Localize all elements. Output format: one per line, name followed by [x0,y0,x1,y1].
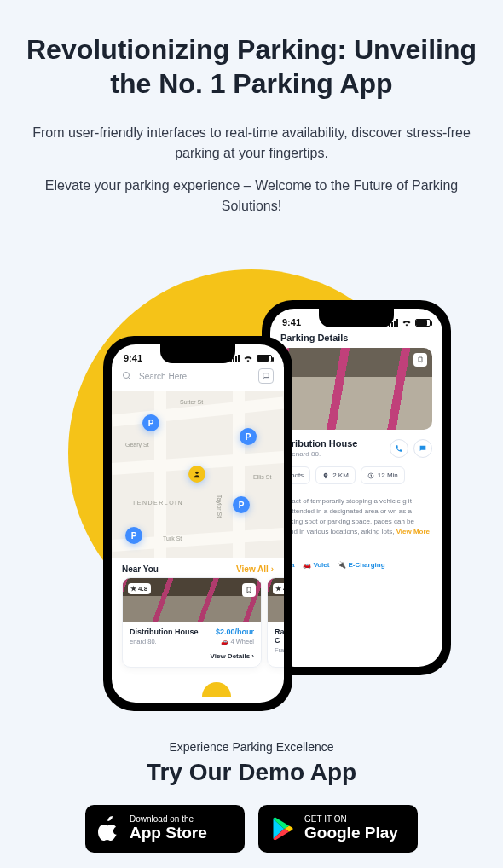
cta-sup: Experience Parking Excellence [0,740,503,754]
parking-card[interactable]: ★ 4.8 Distribution House $2.00/hour enar… [122,577,262,668]
search-input[interactable]: Search Here [139,372,252,381]
detail-hero-image [280,348,432,430]
view-all-link[interactable]: View All › [236,564,274,574]
cta-title: Try Our Demo App [0,759,503,786]
messages-icon[interactable] [258,368,274,384]
status-time: 9:41 [282,317,301,327]
detail-description: the act of temporarily stopping a vehicl… [280,496,432,537]
search-icon [122,371,132,381]
gplay-l1: GET IT ON [304,815,398,824]
notch [319,309,394,327]
area-label: TENDERLOIN [132,500,183,506]
gplay-l2: Google Play [304,824,398,842]
wifi-icon [402,318,412,327]
chip-distance: 2 KM [315,466,356,484]
street-label: Geary St [125,442,149,448]
headline: Revolutionizing Parking: Unveiling the N… [20,32,483,101]
appstore-l2: App Store [130,824,207,842]
parking-card[interactable]: ★ 4. Rain C Franç [267,577,284,668]
googleplay-button[interactable]: GET IT ON Google Play [258,805,418,853]
card-title: Distribution House [130,628,199,636]
battery-icon [257,355,272,362]
features-heading: s [280,547,432,556]
parking-pin[interactable]: P [125,527,142,544]
appstore-l1: Download on the [130,815,207,824]
clock-icon [367,472,374,479]
parking-pin[interactable]: P [240,428,257,445]
subhead-1: From user-friendly interfaces to real-ti… [30,123,473,164]
wifi-icon [243,354,253,362]
street-label: Taylor St [217,495,223,518]
user-location-pin[interactable] [188,466,205,483]
chip-time: 12 Min [361,466,405,484]
street-label: Sutter St [180,399,203,405]
parking-pin[interactable]: P [233,496,250,513]
tag-echarge: 🔌E-Charging [338,561,384,569]
card-addr: enard 80. [130,638,157,645]
rating-badge: ★ 4. [273,583,284,594]
svg-point-2 [195,472,198,474]
bookmark-icon[interactable] [242,583,256,597]
parking-pin[interactable]: P [142,414,159,431]
view-details-link[interactable]: View Details › [211,652,254,660]
message-button[interactable] [413,439,432,458]
pin-icon [322,472,329,479]
google-play-icon [270,817,294,841]
floating-action-button[interactable] [202,682,231,697]
card-wheel: 🚗 4 Wheel [221,638,254,645]
map[interactable]: Sutter St Geary St TENDERLOIN Turk St El… [112,391,284,558]
subhead-2: Elevate your parking experience – Welcom… [30,176,473,217]
detail-title: Parking Details [280,333,348,343]
apple-icon [97,816,119,842]
rating-badge: ★ 4.8 [128,583,151,594]
status-time: 9:41 [124,353,142,363]
mockup-stage: 9:41 Parking Details istribution House [21,252,482,713]
street-label: Ellis St [253,474,271,480]
appstore-button[interactable]: Download on the App Store [85,805,245,853]
street-label: Turk St [163,535,182,541]
card-price: $2.00/hour [216,628,254,636]
svg-point-1 [124,373,130,379]
view-more-link[interactable]: View More [396,528,430,535]
card-title: Rain C [275,628,284,645]
phone-left: 9:41 Search Here Sutter St Geary St [103,336,292,711]
card-addr: Franç [275,646,284,654]
near-you-heading: Near You [122,564,159,574]
notch [160,344,235,363]
call-button[interactable] [390,439,408,458]
tag-valet: 🚗Volet [303,561,329,569]
bookmark-icon[interactable] [413,353,427,367]
battery-icon [415,319,431,327]
